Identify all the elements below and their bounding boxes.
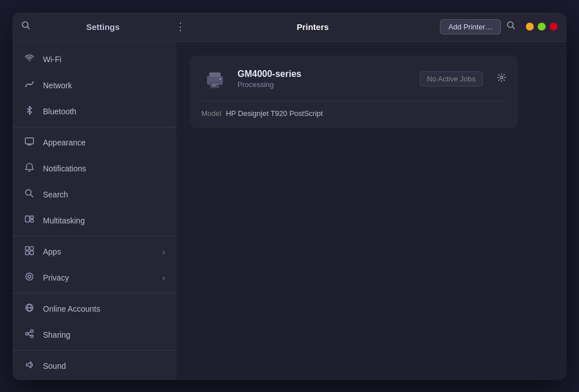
menu-button[interactable]: ⋮ [175,21,185,32]
svg-point-26 [31,335,33,338]
sidebar-item-apps-label: Apps [43,247,61,256]
svg-point-25 [25,332,28,335]
sidebar-item-network-label: Network [43,81,72,90]
sidebar-item-privacy[interactable]: Privacy › [12,265,176,291]
svg-point-36 [500,76,503,79]
apps-icon [24,245,35,258]
content-title: Printers [185,22,440,32]
settings-window: Settings ⋮ Printers Add Printer… [12,12,567,380]
svg-rect-18 [30,251,33,254]
body: Wi-Fi Network [12,42,567,380]
svg-rect-12 [25,216,29,222]
model-value: HP Designjet T920 PostScript [226,109,323,118]
notifications-icon [24,162,35,175]
svg-marker-29 [27,361,31,368]
add-printer-button[interactable]: Add Printer… [440,19,501,35]
privacy-icon [24,272,35,284]
svg-rect-31 [209,72,221,77]
divider-1 [12,127,176,127]
svg-rect-15 [25,246,29,249]
sidebar-item-online-accounts-label: Online Accounts [43,304,100,313]
settings-title: Settings [36,22,170,32]
sidebar-item-search-label: Search [43,190,68,199]
search-icon [24,188,35,201]
sidebar-item-sound[interactable]: Sound [12,353,176,379]
svg-rect-35 [211,85,216,87]
divider-2 [12,236,176,236]
sidebar-item-search[interactable]: Search [12,182,176,208]
printer-card: GM4000-series Processing No Active Jobs … [190,55,518,128]
sidebar-item-notifications-label: Notifications [43,164,86,173]
svg-rect-17 [25,251,29,254]
svg-rect-33 [219,78,221,80]
network-icon [24,79,35,92]
header-right: Add Printer… [440,19,558,35]
svg-point-20 [28,275,31,278]
divider-4 [12,350,176,351]
sidebar-item-multitasking[interactable]: Multitasking [12,208,176,234]
svg-point-24 [31,330,33,333]
sidebar-item-online-accounts[interactable]: Online Accounts [12,296,176,322]
printer-icon [201,66,228,93]
sidebar-item-appearance[interactable]: Appearance [12,130,176,156]
sidebar-item-multitasking-label: Multitasking [43,216,85,225]
bluetooth-icon [24,105,35,118]
sidebar-item-sharing-label: Sharing [43,330,70,339]
printer-status: Processing [237,80,411,89]
minimize-button[interactable] [526,23,534,31]
svg-rect-14 [31,219,33,222]
sidebar-item-appearance-label: Appearance [43,138,86,147]
header-bar: Settings ⋮ Printers Add Printer… [12,12,567,42]
printer-name: GM4000-series [237,69,411,79]
sidebar-item-apps[interactable]: Apps › [12,239,176,265]
svg-line-1 [28,27,30,29]
sidebar-item-privacy-label: Privacy [43,273,69,282]
svg-line-27 [28,331,31,333]
svg-line-28 [28,334,31,335]
printer-model-row: Model HP Designjet T920 PostScript [201,101,507,118]
svg-point-7 [29,83,30,84]
wifi-icon [24,53,35,66]
window-controls [526,23,558,31]
sound-icon [24,360,35,372]
svg-rect-16 [30,246,33,249]
svg-line-11 [31,195,33,197]
appearance-icon [24,136,35,149]
sidebar-item-sharing[interactable]: Sharing [12,322,176,348]
sidebar-item-sound-label: Sound [43,361,66,371]
apps-arrow-icon: › [162,247,165,256]
printer-card-top: GM4000-series Processing No Active Jobs [201,66,507,93]
sidebar-item-network[interactable]: Network [12,72,176,98]
sidebar-item-bluetooth-label: Bluetooth [43,107,76,116]
sidebar-item-notifications[interactable]: Notifications [12,156,176,182]
printer-jobs-badge: No Active Jobs [420,71,483,87]
header-left: Settings ⋮ [21,21,185,32]
close-button[interactable] [550,23,558,31]
svg-rect-34 [211,84,218,85]
svg-rect-13 [31,216,33,218]
content-area: GM4000-series Processing No Active Jobs … [176,42,567,380]
sidebar: Wi-Fi Network [12,42,176,380]
sidebar-item-wifi[interactable]: Wi-Fi [12,46,176,72]
svg-point-10 [25,189,31,195]
svg-point-4 [29,60,30,61]
model-label: Model [201,109,221,118]
svg-point-6 [32,81,33,83]
sharing-icon [24,329,35,341]
svg-line-3 [513,27,515,29]
multitasking-icon [24,214,35,227]
divider-3 [12,293,176,294]
maximize-button[interactable] [538,23,546,31]
search-button[interactable] [507,21,516,32]
svg-point-19 [26,273,33,280]
printer-info: GM4000-series Processing [237,69,411,89]
sidebar-item-wifi-label: Wi-Fi [43,55,62,64]
online-accounts-icon [24,303,35,315]
privacy-arrow-icon: › [162,273,165,282]
svg-rect-8 [25,137,33,144]
header-search-icon[interactable] [21,21,31,32]
printer-settings-button[interactable] [496,72,507,85]
sidebar-item-bluetooth[interactable]: Bluetooth [12,98,176,124]
svg-point-5 [25,85,27,87]
